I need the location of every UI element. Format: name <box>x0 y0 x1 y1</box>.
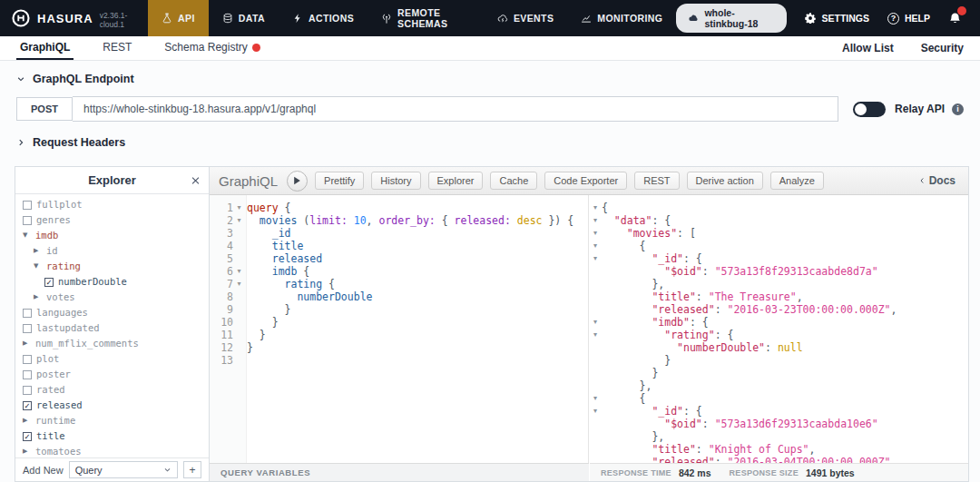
operation-type-select[interactable]: Query <box>69 461 178 478</box>
field-checkbox[interactable] <box>23 386 32 395</box>
fold-toggle-icon[interactable]: ▾ <box>589 329 602 341</box>
fold-toggle-icon[interactable]: ▾ <box>233 214 245 227</box>
nav-remote-schemas[interactable]: REMOTE SCHEMAS <box>368 0 484 36</box>
fold-toggle-icon[interactable]: ▾ <box>589 240 602 252</box>
tab-schema-registry[interactable]: Schema Registry <box>161 36 263 60</box>
explorer-field-numberDouble[interactable]: ✓numberDouble <box>21 274 203 290</box>
fold-toggle-icon[interactable]: ▾ <box>589 252 602 265</box>
explorer-field-title[interactable]: ✓title <box>21 428 203 444</box>
expand-arrow-icon[interactable]: ▶ <box>34 290 42 305</box>
query-line-7[interactable]: 7▾ rating { <box>210 278 588 290</box>
explorer-field-genres[interactable]: genres <box>21 212 203 228</box>
nav-events[interactable]: EVENTS <box>484 0 567 36</box>
field-checkbox[interactable] <box>23 355 32 364</box>
tab-graphiql[interactable]: GraphiQL <box>16 36 74 60</box>
field-checkbox[interactable]: ✓ <box>44 278 54 287</box>
query-line-3[interactable]: 3 _id <box>210 227 588 240</box>
explorer-field-runtime[interactable]: ▶runtime <box>21 413 203 428</box>
query-line-8[interactable]: 8 numberDouble <box>210 290 588 303</box>
field-checkbox[interactable] <box>23 324 32 333</box>
toolbar-derive-action-button[interactable]: Derive action <box>687 172 763 190</box>
help-button[interactable]: ? HELP <box>887 13 930 25</box>
field-checkbox[interactable] <box>23 370 32 379</box>
query-line-13[interactable]: 13 <box>210 354 588 367</box>
request-headers-header[interactable]: Request Headers <box>16 136 964 149</box>
expand-arrow-icon[interactable]: ▶ <box>23 413 31 428</box>
toolbar-analyze-button[interactable]: Analyze <box>770 172 824 190</box>
field-checkbox[interactable] <box>23 216 32 225</box>
close-icon[interactable] <box>191 175 201 185</box>
query-variables-bar[interactable]: QUERY VARIABLES <box>210 463 589 481</box>
graphiql-body: 1▾query {2▾ movies (limit: 10, order_by:… <box>210 195 968 481</box>
toolbar-rest-button[interactable]: REST <box>634 172 679 190</box>
explorer-field-rated[interactable]: rated <box>21 382 203 398</box>
field-checkbox[interactable]: ✓ <box>23 401 32 410</box>
allow-list-link[interactable]: Allow List <box>842 42 894 54</box>
execute-query-button[interactable] <box>287 171 308 192</box>
graphql-endpoint-header[interactable]: GraphQL Endpoint <box>16 73 964 85</box>
fold-toggle-icon[interactable]: ▾ <box>233 278 245 290</box>
security-link[interactable]: Security <box>921 42 964 54</box>
brand[interactable]: HASURA v2.36.1-cloud.1 <box>11 8 146 29</box>
relay-api-toggle[interactable] <box>853 102 886 117</box>
field-checkbox[interactable] <box>23 201 32 210</box>
toolbar-explorer-button[interactable]: Explorer <box>428 172 484 190</box>
project-pill[interactable]: whole-stinkbug-18 <box>676 4 787 33</box>
explorer-field-rating[interactable]: ▼rating <box>21 259 203 274</box>
info-icon[interactable]: i <box>952 103 964 115</box>
query-line-9[interactable]: 9 } <box>210 303 588 316</box>
query-line-2[interactable]: 2▾ movies (limit: 10, order_by: { releas… <box>210 214 588 227</box>
query-line-1[interactable]: 1▾query { <box>210 202 588 214</box>
collapse-arrow-icon[interactable]: ▼ <box>23 228 31 243</box>
query-editor[interactable]: 1▾query {2▾ movies (limit: 10, order_by:… <box>210 195 589 481</box>
settings-button[interactable]: SETTINGS <box>805 13 869 24</box>
query-line-5[interactable]: 5 released <box>210 252 588 265</box>
toolbar-code-exporter-button[interactable]: Code Exporter <box>544 172 627 190</box>
toolbar-history-button[interactable]: History <box>371 172 420 190</box>
explorer-field-tomatoes[interactable]: ▶tomatoes <box>21 444 203 457</box>
explorer-field-lastupdated[interactable]: lastupdated <box>21 320 203 336</box>
add-operation-button[interactable]: + <box>183 461 201 478</box>
docs-toggle[interactable]: Docs <box>918 174 959 187</box>
fold-toggle-icon[interactable]: ▾ <box>233 202 245 214</box>
explorer-field-released[interactable]: ✓released <box>21 398 203 413</box>
nav-data[interactable]: DATA <box>209 0 279 36</box>
fold-toggle-icon[interactable]: ▾ <box>589 392 602 405</box>
query-line-10[interactable]: 10 } <box>210 316 588 329</box>
toolbar-cache-button[interactable]: Cache <box>490 172 537 190</box>
field-checkbox[interactable]: ✓ <box>23 432 32 441</box>
fold-toggle-icon[interactable]: ▾ <box>589 316 602 329</box>
line-number: 10 <box>210 316 233 329</box>
field-checkbox[interactable] <box>23 309 32 318</box>
query-line-12[interactable]: 12} <box>210 341 588 354</box>
tab-rest[interactable]: REST <box>99 36 135 60</box>
query-line-11[interactable]: 11 } <box>210 329 588 341</box>
nav-actions[interactable]: ACTIONS <box>279 0 368 36</box>
expand-arrow-icon[interactable]: ▶ <box>23 444 31 457</box>
fold-toggle-icon[interactable]: ▾ <box>233 265 245 278</box>
explorer-field-id[interactable]: ▶id <box>21 243 203 259</box>
nav-monitoring[interactable]: MONITORING <box>567 0 676 36</box>
query-line-6[interactable]: 6▾ imdb { <box>210 265 588 278</box>
fold-toggle-icon[interactable]: ▾ <box>589 227 602 240</box>
code-text: } <box>245 329 266 341</box>
collapse-arrow-icon[interactable]: ▼ <box>34 259 42 274</box>
fold-toggle-icon[interactable]: ▾ <box>589 214 602 227</box>
code-text: } <box>245 316 279 329</box>
fold-toggle-icon[interactable]: ▾ <box>589 202 602 214</box>
explorer-field-num_mflix_comments[interactable]: ▶num_mflix_comments <box>21 336 203 351</box>
explorer-field-poster[interactable]: poster <box>21 367 203 382</box>
graphql-endpoint-input[interactable] <box>73 96 838 122</box>
explorer-field-languages[interactable]: languages <box>21 305 203 320</box>
query-line-4[interactable]: 4 title <box>210 240 588 252</box>
notifications-bell[interactable] <box>948 12 962 25</box>
toolbar-prettify-button[interactable]: Prettify <box>315 172 364 190</box>
fold-toggle-icon[interactable]: ▾ <box>589 405 602 418</box>
explorer-field-fullplot[interactable]: fullplot <box>21 197 203 212</box>
explorer-field-votes[interactable]: ▶votes <box>21 290 203 305</box>
explorer-field-plot[interactable]: plot <box>21 351 203 367</box>
expand-arrow-icon[interactable]: ▶ <box>34 243 42 259</box>
nav-api[interactable]: API <box>148 0 209 36</box>
explorer-field-imdb[interactable]: ▼imdb <box>21 228 203 243</box>
expand-arrow-icon[interactable]: ▶ <box>23 336 31 351</box>
